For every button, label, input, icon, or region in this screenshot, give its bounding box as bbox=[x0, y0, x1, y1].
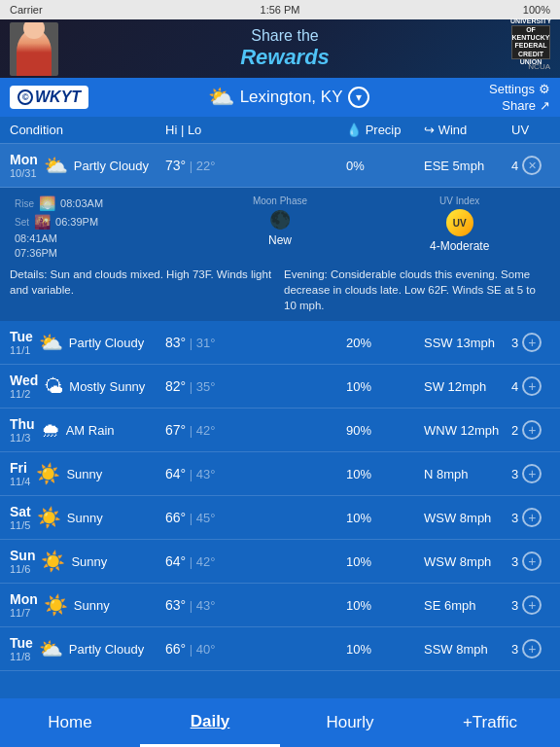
forecast-condition-text: Sunny bbox=[71, 554, 107, 569]
current-day-label: Mon 10/31 bbox=[10, 152, 38, 179]
ad-text: Share the Rewards bbox=[58, 27, 511, 70]
detail-texts: Details: Sun and clouds mixed. High 73F.… bbox=[10, 267, 550, 313]
location-chevron-icon[interactable]: ▾ bbox=[348, 87, 369, 108]
forecast-rows: Tue 11/1 ⛅ Partly Cloudy 83° | 31° 20% S… bbox=[0, 321, 560, 671]
forecast-condition-cell: Sun 11/6 ☀️ Sunny bbox=[10, 548, 165, 575]
forecast-temps: 66° | 45° bbox=[165, 510, 346, 525]
location-weather-icon: ⛅ bbox=[208, 85, 234, 110]
forecast-wind: N 8mph bbox=[424, 467, 511, 481]
forecast-uv: 3 bbox=[511, 598, 518, 613]
location-area[interactable]: ⛅ Lexington, KY ▾ bbox=[208, 85, 370, 110]
header-condition: Condition bbox=[10, 123, 165, 137]
forecast-row[interactable]: Thu 11/3 🌧 AM Rain 67° | 42° 90% WNW 12m… bbox=[0, 409, 560, 452]
expand-icon[interactable]: + bbox=[522, 508, 542, 527]
expand-icon[interactable]: + bbox=[522, 333, 542, 352]
forecast-precip: 90% bbox=[346, 423, 424, 438]
expand-icon[interactable]: + bbox=[522, 639, 542, 658]
wkyt-logo[interactable]: © WKYT bbox=[10, 86, 88, 109]
nav-traffic[interactable]: +Traffic bbox=[420, 698, 560, 747]
forecast-condition-text: Partly Cloudy bbox=[69, 642, 144, 657]
forecast-condition-text: Sunny bbox=[67, 511, 103, 525]
header-wind: ↪ Wind bbox=[424, 123, 511, 137]
forecast-temps: 67° | 42° bbox=[165, 422, 346, 438]
current-day-name: Mon bbox=[10, 152, 38, 167]
expand-icon[interactable]: + bbox=[522, 551, 542, 571]
moon-set-time: 07:36PM bbox=[15, 247, 57, 259]
current-weather-icon: ⛅ bbox=[44, 154, 68, 177]
forecast-temps: 64° | 42° bbox=[165, 553, 346, 569]
sun-info: Rise 🌅 08:03AM Set 🌇 06:39PM 08:41AM 07:… bbox=[15, 196, 187, 259]
nav-daily[interactable]: Daily bbox=[140, 698, 280, 747]
forecast-row[interactable]: Fri 11/4 ☀️ Sunny 64° | 43° 10% N 8mph 3… bbox=[0, 452, 560, 496]
forecast-uv: 2 bbox=[511, 423, 518, 438]
battery-label: 100% bbox=[523, 4, 550, 16]
forecast-condition-text: Sunny bbox=[74, 598, 110, 613]
location-text: Lexington, KY bbox=[240, 88, 343, 107]
expand-icon[interactable]: + bbox=[522, 376, 542, 396]
forecast-weather-icon: 🌧 bbox=[41, 419, 60, 442]
header-precip: 💧 Precip bbox=[346, 123, 424, 137]
forecast-row[interactable]: Mon 11/7 ☀️ Sunny 63° | 43° 10% SE 6mph … bbox=[0, 584, 560, 627]
forecast-condition-cell: Tue 11/1 ⛅ Partly Cloudy bbox=[10, 329, 165, 356]
expand-icon[interactable]: + bbox=[522, 420, 542, 440]
forecast-weather-icon: ☀️ bbox=[44, 593, 68, 617]
forecast-weather-icon: 🌤 bbox=[44, 375, 63, 398]
forecast-condition-text: Mostly Sunny bbox=[69, 379, 145, 394]
current-uv: 4 bbox=[511, 159, 518, 173]
moon-rise-row: 08:41AM bbox=[15, 232, 187, 244]
forecast-precip: 10% bbox=[346, 642, 424, 657]
forecast-condition-cell: Tue 11/8 ⛅ Partly Cloudy bbox=[10, 635, 165, 662]
expanded-detail: Rise 🌅 08:03AM Set 🌇 06:39PM 08:41AM 07:… bbox=[0, 188, 560, 321]
table-header: Condition Hi | Lo 💧 Precip ↪ Wind UV bbox=[0, 117, 560, 144]
wkyt-circle-icon: © bbox=[18, 89, 33, 105]
status-bar: Carrier 1:56 PM 100% bbox=[0, 0, 560, 19]
share-button[interactable]: Share ↗ bbox=[502, 98, 550, 113]
forecast-condition-cell: Sat 11/5 ☀️ Sunny bbox=[10, 504, 165, 531]
nav-home[interactable]: Home bbox=[0, 698, 140, 747]
ad-logo-icon: UNIVERSITY OF KENTUCKYFEDERAL CREDIT UNI… bbox=[511, 25, 550, 59]
detail-day-text: Details: Sun and clouds mixed. High 73F.… bbox=[10, 267, 276, 313]
current-precip: 0% bbox=[346, 159, 424, 173]
bottom-nav: Home Daily Hourly +Traffic bbox=[0, 698, 560, 747]
forecast-temps: 66° | 40° bbox=[165, 641, 346, 657]
forecast-row[interactable]: Sat 11/5 ☀️ Sunny 66° | 45° 10% WSW 8mph… bbox=[0, 496, 560, 540]
forecast-row[interactable]: Tue 11/1 ⛅ Partly Cloudy 83° | 31° 20% S… bbox=[0, 321, 560, 365]
settings-icon: ⚙ bbox=[539, 82, 550, 96]
nav-hourly[interactable]: Hourly bbox=[280, 698, 420, 747]
forecast-temps: 82° | 35° bbox=[165, 378, 346, 394]
time-label: 1:56 PM bbox=[261, 4, 300, 16]
forecast-condition-cell: Fri 11/4 ☀️ Sunny bbox=[10, 460, 165, 487]
ad-logo: UNIVERSITY OF KENTUCKYFEDERAL CREDIT UNI… bbox=[511, 25, 550, 72]
forecast-weather-icon: ☀️ bbox=[37, 506, 61, 529]
settings-button[interactable]: Settings ⚙ bbox=[489, 82, 550, 96]
forecast-uv: 3 bbox=[511, 554, 518, 569]
forecast-precip: 10% bbox=[346, 379, 424, 394]
collapse-icon[interactable]: ✕ bbox=[522, 156, 542, 175]
ad-share-text: Share the bbox=[68, 27, 502, 45]
expand-icon[interactable]: + bbox=[522, 595, 542, 615]
forecast-precip: 10% bbox=[346, 467, 424, 481]
current-condition-cell: Mon 10/31 ⛅ Partly Cloudy bbox=[10, 152, 165, 179]
ad-banner[interactable]: Share the Rewards UNIVERSITY OF KENTUCKY… bbox=[0, 19, 560, 78]
uv-info: UV Index UV 4-Moderate bbox=[373, 196, 545, 259]
forecast-weather-icon: ⛅ bbox=[39, 331, 63, 354]
forecast-wind: SSW 13mph bbox=[424, 336, 511, 350]
forecast-wind: SSW 8mph bbox=[424, 642, 511, 657]
forecast-uv: 3 bbox=[511, 511, 518, 525]
forecast-weather-icon: ☀️ bbox=[41, 550, 65, 573]
forecast-uv: 3 bbox=[511, 467, 518, 481]
moon-set-row: 07:36PM bbox=[15, 247, 187, 259]
carrier-label: Carrier bbox=[10, 4, 43, 16]
detail-eve-text: Evening: Considerable clouds this evenin… bbox=[284, 267, 550, 313]
forecast-wind: WNW 12mph bbox=[424, 423, 511, 438]
forecast-uv: 4 bbox=[511, 379, 518, 394]
forecast-condition-text: Partly Cloudy bbox=[69, 336, 144, 350]
top-nav-right: Settings ⚙ Share ↗ bbox=[489, 82, 550, 113]
expand-icon[interactable]: + bbox=[522, 464, 542, 483]
current-temps: 73° | 22° bbox=[165, 158, 346, 173]
forecast-row[interactable]: Tue 11/8 ⛅ Partly Cloudy 66° | 40° 10% S… bbox=[0, 627, 560, 671]
forecast-row[interactable]: Wed 11/2 🌤 Mostly Sunny 82° | 35° 10% SW… bbox=[0, 365, 560, 409]
current-day-row[interactable]: Mon 10/31 ⛅ Partly Cloudy 73° | 22° 0% E… bbox=[0, 144, 560, 188]
forecast-row[interactable]: Sun 11/6 ☀️ Sunny 64° | 42° 10% WSW 8mph… bbox=[0, 540, 560, 584]
forecast-condition-text: Sunny bbox=[66, 467, 102, 481]
